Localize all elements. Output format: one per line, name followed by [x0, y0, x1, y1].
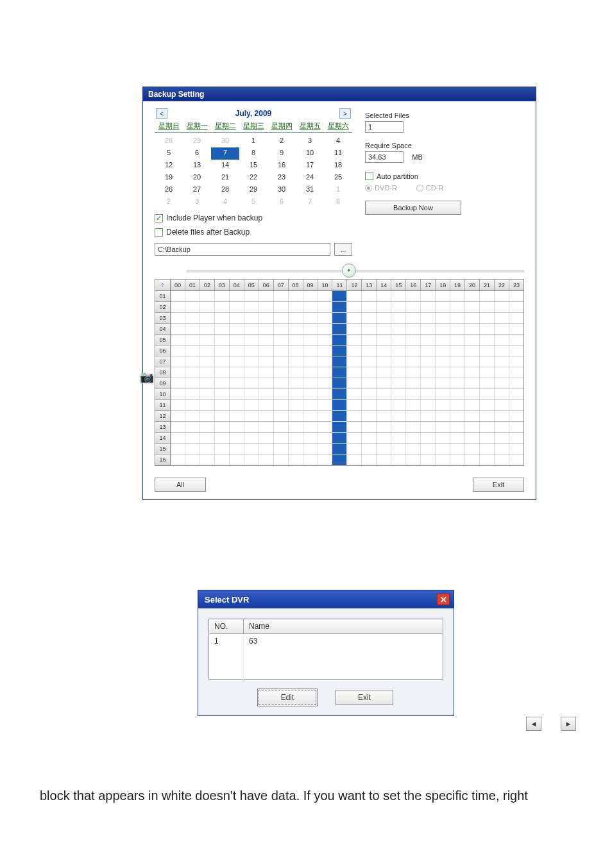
timeline-cell[interactable] [303, 291, 318, 301]
timeline-cell[interactable] [200, 335, 215, 345]
timeline-cell[interactable] [406, 433, 421, 443]
timeline-cell[interactable] [391, 367, 406, 378]
timeline-cell[interactable] [259, 422, 274, 432]
timeline-cell[interactable] [450, 444, 465, 454]
timeline-cell[interactable] [289, 400, 303, 410]
timeline-cell[interactable] [244, 346, 259, 356]
timeline-cell[interactable] [215, 335, 230, 345]
timeline-cell[interactable] [318, 433, 333, 443]
all-button[interactable]: All [155, 478, 206, 492]
timeline-cell[interactable] [185, 455, 200, 465]
timeline-cell[interactable] [362, 324, 377, 334]
calendar-day[interactable]: 2 [155, 196, 183, 208]
calendar-day[interactable]: 11 [324, 147, 352, 160]
calendar-day[interactable]: 16 [268, 160, 296, 172]
timeline-cell[interactable] [259, 291, 274, 301]
timeline-cell[interactable] [509, 356, 523, 367]
timeline-cell[interactable] [480, 291, 495, 301]
timeline-cell[interactable] [230, 313, 244, 323]
timeline-cell[interactable] [509, 313, 523, 323]
timeline-cell[interactable] [362, 291, 377, 301]
timeline-cell[interactable] [495, 389, 509, 399]
timeline-cell[interactable] [171, 389, 185, 399]
calendar-day[interactable]: 29 [239, 184, 268, 196]
timeline-cell[interactable] [377, 411, 391, 421]
timeline-cell[interactable] [377, 400, 391, 410]
timeline-cell[interactable] [303, 302, 318, 312]
timeline-cell[interactable] [274, 411, 289, 421]
timeline-cell[interactable] [421, 302, 436, 312]
table-row[interactable]: 163 [209, 634, 443, 649]
timeline-cell[interactable] [480, 324, 495, 334]
timeline-cell[interactable] [244, 400, 259, 410]
timeline-cell[interactable] [274, 313, 289, 323]
timeline-cell[interactable] [244, 389, 259, 399]
timeline-cell[interactable] [244, 324, 259, 334]
timeline-cell[interactable] [171, 433, 185, 443]
timeline-cell[interactable] [406, 313, 421, 323]
timeline-cell[interactable] [347, 389, 362, 399]
timeline-cell[interactable] [450, 455, 465, 465]
timeline-cell[interactable] [450, 356, 465, 367]
timeline-cell[interactable] [215, 302, 230, 312]
timeline-cell[interactable] [406, 455, 421, 465]
timeline-cell[interactable] [318, 444, 333, 454]
timeline-cell[interactable] [377, 378, 391, 388]
timeline-cell[interactable] [480, 411, 495, 421]
timeline-cell[interactable] [421, 455, 436, 465]
timeline-cell[interactable] [436, 356, 450, 367]
timeline-cell[interactable] [450, 400, 465, 410]
timeline-cell[interactable] [450, 389, 465, 399]
timeline-cell[interactable] [465, 389, 480, 399]
timeline-cell[interactable] [465, 346, 480, 356]
timeline-cell[interactable] [200, 346, 215, 356]
timeline-cell[interactable] [200, 313, 215, 323]
timeline-cell[interactable] [347, 422, 362, 432]
timeline-cell[interactable] [185, 411, 200, 421]
timeline-cell[interactable] [200, 378, 215, 388]
timeline-cell[interactable] [303, 378, 318, 388]
table-row[interactable] [209, 658, 443, 669]
timeline-cell[interactable] [377, 346, 391, 356]
timeline-cell[interactable] [274, 400, 289, 410]
calendar-day[interactable]: 17 [296, 160, 324, 172]
timeline-cell[interactable] [200, 400, 215, 410]
timeline-cell[interactable] [465, 411, 480, 421]
timeline-cell[interactable] [406, 346, 421, 356]
timeline-cell[interactable] [244, 455, 259, 465]
timeline-cell[interactable] [200, 411, 215, 421]
timeline-cell[interactable] [362, 346, 377, 356]
calendar-day[interactable]: 25 [324, 172, 352, 184]
calendar-day[interactable]: 6 [268, 196, 296, 208]
timeline-cell[interactable] [303, 313, 318, 323]
timeline-cell[interactable] [509, 378, 523, 388]
timeline-cell[interactable] [215, 367, 230, 378]
calendar-grid[interactable]: 2829301234567891011121314151617181920212… [155, 135, 352, 208]
backup-now-button[interactable]: Backup Now [365, 201, 461, 215]
timeline-cell[interactable] [421, 324, 436, 334]
timeline-cell[interactable] [362, 378, 377, 388]
timeline-cell[interactable] [450, 291, 465, 301]
timeline-cell[interactable] [377, 455, 391, 465]
timeline-corner[interactable]: ÷ [155, 280, 171, 290]
timeline-cell[interactable] [185, 313, 200, 323]
dvr-table[interactable]: NO. Name 163 [208, 619, 443, 680]
timeline-cell[interactable] [362, 356, 377, 367]
timeline-cell[interactable] [347, 291, 362, 301]
timeline-cell[interactable] [480, 335, 495, 345]
timeline-cell[interactable] [377, 302, 391, 312]
timeline-cell[interactable] [289, 389, 303, 399]
timeline-cell[interactable] [436, 389, 450, 399]
timeline-cell[interactable] [465, 324, 480, 334]
timeline-cell[interactable] [289, 335, 303, 345]
timeline-cell[interactable] [347, 367, 362, 378]
calendar-day[interactable]: 4 [211, 196, 239, 208]
timeline-cell[interactable] [509, 367, 523, 378]
timeline-cell[interactable] [215, 378, 230, 388]
timeline-cell[interactable] [332, 400, 347, 410]
timeline-cell[interactable] [332, 389, 347, 399]
timeline-cell[interactable] [450, 433, 465, 443]
timeline-cell[interactable] [318, 378, 333, 388]
timeline-cell[interactable] [318, 422, 333, 432]
timeline-cell[interactable] [509, 444, 523, 454]
